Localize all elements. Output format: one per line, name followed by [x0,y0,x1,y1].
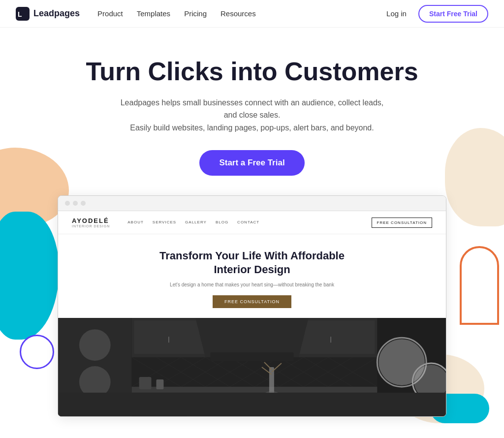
hero-sub-line1: Leadpages helps small businesses connect… [121,98,384,120]
svg-rect-34 [132,387,378,393]
hero-subtitle: Leadpages helps small businesses connect… [114,96,390,134]
hero-title: Turn Clicks into Customers [10,57,494,87]
inner-nav-contact[interactable]: CONTACT [237,220,259,224]
inner-nav-links: ABOUT SERVICES GALLERY BLOG CONTACT [127,220,259,224]
browser-dot-3 [81,201,86,206]
main-nav: L Leadpages Product Templates Pricing Re… [0,0,504,28]
inner-logo-text: AYODELÉ [72,217,110,224]
nav-right: Log in Start Free Trial [386,5,488,23]
svg-rect-35 [269,367,274,394]
hero-sub-line2: Easily build websites, landing pages, po… [130,124,374,132]
blob-circle-outline [20,335,54,369]
browser-mockup: AYODELÉ INTERIOR DESIGN ABOUT SERVICES G… [58,195,446,417]
svg-point-4 [79,329,111,361]
nav-item-templates[interactable]: Templates [137,9,170,18]
inner-hero-subtitle: Let's design a home that makes your hear… [72,282,432,287]
inner-nav-services[interactable]: SERVICES [153,220,176,224]
hero-section: Turn Clicks into Customers Leadpages hel… [0,28,504,195]
svg-rect-45 [139,377,152,389]
browser-bar [58,196,446,211]
inner-site: AYODELÉ INTERIOR DESIGN ABOUT SERVICES G… [58,211,446,416]
svg-rect-46 [156,379,163,389]
inner-hero-title-line2: Interior Design [214,263,290,276]
nav-item-pricing[interactable]: Pricing [184,9,207,18]
logo-icon: L [16,7,30,21]
inner-nav-cta-button[interactable]: FREE CONSULTATION [372,218,432,228]
blob-teal-left [0,212,59,340]
inner-logo-sub: INTERIOR DESIGN [72,224,110,228]
svg-rect-33 [210,352,294,361]
inner-site-hero: Transform Your Life With Affordable Inte… [58,234,446,318]
svg-rect-10 [168,337,169,343]
svg-rect-12 [331,337,331,343]
svg-marker-32 [195,318,308,357]
inner-site-photo [58,318,446,416]
browser-frame: AYODELÉ INTERIOR DESIGN ABOUT SERVICES G… [58,195,446,417]
inner-nav-blog[interactable]: BLOG [216,220,228,224]
start-free-trial-button[interactable]: Start Free Trial [418,5,488,23]
inner-nav-right: FREE CONSULTATION [372,217,432,228]
hero-cta-button[interactable]: Start a Free Trial [199,150,304,176]
inner-nav-gallery[interactable]: GALLERY [185,220,207,224]
browser-dot-2 [73,201,78,206]
inner-nav-about[interactable]: ABOUT [127,220,144,224]
nav-item-product[interactable]: Product [97,9,123,18]
login-link[interactable]: Log in [386,9,407,18]
nav-links: Product Templates Pricing Resources [97,9,256,18]
kitchen-image [58,318,446,416]
inner-hero-cta-button[interactable]: FREE CONSULTATION [213,295,291,308]
blob-orange-arch [460,246,499,325]
svg-rect-7 [134,320,208,354]
logo-text: Leadpages [33,8,80,19]
logo[interactable]: L Leadpages [16,7,80,21]
nav-item-resources[interactable]: Resources [220,9,256,18]
browser-dot-1 [65,201,70,206]
inner-site-logo: AYODELÉ INTERIOR DESIGN [72,217,110,228]
svg-rect-44 [58,393,446,416]
inner-hero-title: Transform Your Life With Affordable Inte… [72,249,432,277]
inner-site-nav: AYODELÉ INTERIOR DESIGN ABOUT SERVICES G… [58,211,446,234]
inner-hero-title-line1: Transform Your Life With Affordable [159,250,345,262]
svg-text:L: L [18,10,22,18]
